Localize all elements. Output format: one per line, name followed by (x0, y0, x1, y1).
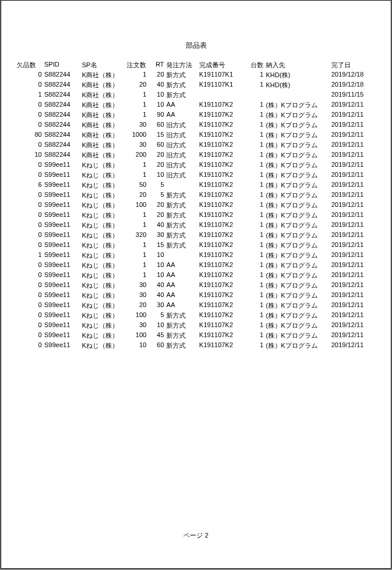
cell-comp: K191107K2 (198, 261, 245, 271)
cell-order: 1 (123, 261, 148, 271)
cell-rt: 10 (147, 90, 165, 100)
cell-dest: (株）Kプログラム (265, 271, 330, 281)
table-row: 0S99ee11Kねじ（株）110AAK191107K21(株）Kプログラム20… (15, 261, 377, 271)
cell-rt: 5 (147, 190, 165, 200)
cell-rt: 45 (147, 331, 165, 341)
cell-units: 1 (245, 200, 265, 210)
cell-spid: S882244 (43, 130, 81, 140)
cell-dest: (株）Kプログラム (265, 190, 330, 200)
cell-rt: 40 (147, 281, 165, 291)
table-row: 0S99ee11Kねじ（株）3010新方式K191107K21(株）Kプログラム… (15, 321, 377, 331)
table-row: 0S99ee11Kねじ（株）2030AAK191107K21(株）Kプログラム2… (15, 301, 377, 311)
report-title: 部品表 (15, 41, 377, 51)
cell-units: 1 (245, 150, 265, 160)
header-order: 注文数 (123, 60, 148, 70)
table-row: 0S99ee11Kねじ（株）1060新方式K191107K21(株）Kプログラム… (15, 341, 377, 351)
table-row: 0S99ee11Kねじ（株）115新方式K191107K21(株）Kプログラム2… (15, 240, 377, 251)
cell-method: 新方式 (165, 220, 197, 230)
table-row: 0S99ee11Kねじ（株）140新方式K191107K21(株）Kプログラム2… (15, 220, 377, 230)
cell-order: 100 (123, 200, 148, 210)
cell-units (245, 90, 265, 100)
cell-qty: 0 (15, 140, 43, 150)
cell-rt: 60 (147, 120, 165, 130)
cell-dest: (株）Kプログラム (265, 220, 330, 230)
report-page: 部品表 欠品数 SPID SP名 注文数 RT 発注方法 完成番号 台数 納入先… (1, 0, 391, 569)
cell-units: 1 (245, 341, 265, 351)
cell-units: 1 (245, 291, 265, 301)
cell-comp: K191107K2 (198, 130, 245, 140)
cell-date: 2019/12/11 (330, 100, 377, 110)
cell-dest: (株）Kプログラム (265, 230, 330, 240)
cell-dest: (株）Kプログラム (265, 120, 330, 130)
cell-date: 2019/12/11 (330, 311, 377, 321)
cell-comp: K191107K2 (198, 150, 245, 160)
cell-date: 2019/12/11 (330, 150, 377, 160)
cell-comp: K191107K2 (198, 251, 245, 261)
cell-order: 1 (123, 220, 148, 230)
cell-spname: K商社（株） (81, 130, 123, 140)
cell-qty: 0 (15, 240, 43, 251)
cell-rt: 60 (147, 341, 165, 351)
cell-dest: (株）Kプログラム (265, 240, 330, 251)
cell-comp: K191107K2 (198, 311, 245, 321)
cell-qty: 0 (15, 190, 43, 200)
cell-method: AA (165, 100, 197, 110)
cell-order: 1 (123, 100, 148, 110)
cell-spname: Kねじ（株） (81, 341, 123, 351)
cell-units: 1 (245, 281, 265, 291)
cell-method: 新方式 (165, 80, 197, 90)
cell-rt: 20 (147, 210, 165, 220)
cell-dest: (株）Kプログラム (265, 251, 330, 261)
cell-method: 旧方式 (165, 140, 197, 150)
cell-spname: K商社（株） (81, 110, 123, 120)
cell-method: AA (165, 291, 197, 301)
cell-rt: 5 (147, 311, 165, 321)
table-row: 0S882244K商社（株）190AAK191107K21(株）Kプログラム20… (15, 110, 377, 120)
cell-date: 2019/12/11 (330, 140, 377, 150)
cell-comp: K191107K2 (198, 190, 245, 200)
cell-spname: Kねじ（株） (81, 271, 123, 281)
cell-units: 1 (245, 261, 265, 271)
cell-spname: Kねじ（株） (81, 240, 123, 251)
cell-dest: (株）Kプログラム (265, 301, 330, 311)
table-row: 0S99ee11Kねじ（株）120新方式K191107K21(株）Kプログラム2… (15, 210, 377, 220)
cell-dest: (株）Kプログラム (265, 150, 330, 160)
cell-spid: S99ee11 (43, 301, 81, 311)
table-row: 0S882244K商社（株）110AAK191107K21(株）Kプログラム20… (15, 100, 377, 110)
cell-rt: 10 (147, 100, 165, 110)
cell-method: 旧方式 (165, 150, 197, 160)
cell-units: 1 (245, 160, 265, 170)
cell-method: 新方式 (165, 240, 197, 251)
cell-rt: 10 (147, 321, 165, 331)
cell-dest: (株）Kプログラム (265, 210, 330, 220)
cell-spname: K商社（株） (81, 90, 123, 100)
cell-qty: 10 (15, 150, 43, 160)
cell-order: 1 (123, 251, 148, 261)
cell-comp: K191107K2 (198, 220, 245, 230)
cell-method: 新方式 (165, 210, 197, 220)
cell-method: 新方式 (165, 70, 197, 80)
cell-units: 1 (245, 240, 265, 251)
table-row: 0S882244K商社（株）3060旧方式K191107K21(株）Kプログラム… (15, 120, 377, 130)
cell-units: 1 (245, 170, 265, 180)
cell-spname: K商社（株） (81, 120, 123, 130)
cell-method: 新方式 (165, 90, 197, 100)
cell-spname: K商社（株） (81, 150, 123, 160)
cell-spname: Kねじ（株） (81, 190, 123, 200)
cell-rt: 10 (147, 251, 165, 261)
table-row: 0S882244K商社（株）2040新方式K191107K11KHD(株)201… (15, 80, 377, 90)
cell-comp: K191107K2 (198, 271, 245, 281)
table-row: 80S882244K商社（株）100015旧方式K191107K21(株）Kプロ… (15, 130, 377, 140)
cell-order: 1000 (123, 130, 148, 140)
header-comp: 完成番号 (198, 60, 245, 70)
cell-spname: Kねじ（株） (81, 200, 123, 210)
cell-units: 1 (245, 230, 265, 240)
cell-order: 10 (123, 341, 148, 351)
cell-qty: 0 (15, 271, 43, 281)
cell-dest: (株）Kプログラム (265, 331, 330, 341)
header-date: 完了日 (330, 60, 377, 70)
cell-comp: K191107K2 (198, 291, 245, 301)
cell-comp: K191107K2 (198, 321, 245, 331)
cell-qty: 0 (15, 170, 43, 180)
cell-qty: 0 (15, 70, 43, 80)
